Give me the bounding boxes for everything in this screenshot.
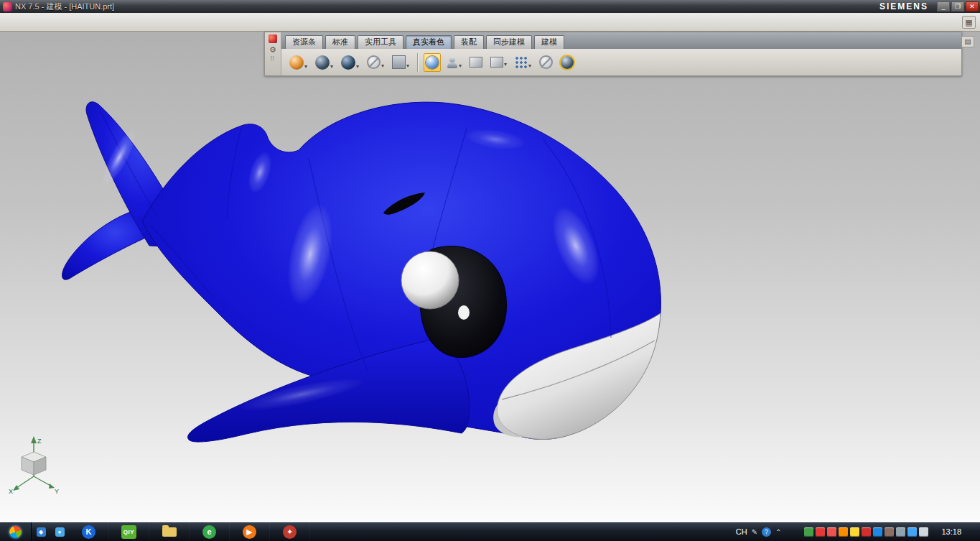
tray-icon-2[interactable] [816, 527, 825, 537]
wcs-triad[interactable]: Z X Y [7, 435, 60, 495]
toolbar-grip-icon[interactable]: ⠿ [270, 56, 276, 63]
orient-sphere-icon[interactable]: ▾ [287, 52, 309, 73]
close-button[interactable]: ✕ [966, 1, 979, 11]
tab-assemblies[interactable]: 装配 [454, 35, 484, 49]
tray-icon-7[interactable] [873, 527, 882, 537]
taskbar-app-k[interactable]: K [69, 522, 109, 541]
visualization-off-icon[interactable]: ▾ [365, 52, 386, 72]
system-tray: CH ✎ ? ⌃ 13:18 [736, 527, 980, 537]
triad-x-label: X [9, 488, 13, 495]
toolbar-main: 资源条 标准 实用工具 真实着色 装配 同步建模 建模 ▾ ▾ [281, 32, 961, 75]
tray-icon-6[interactable] [862, 527, 871, 537]
quick-launch-2-icon: ● [55, 527, 65, 537]
restore-button[interactable]: ❐ [951, 1, 964, 11]
dropdown-caret-icon[interactable]: ▾ [330, 63, 333, 70]
tab-standard[interactable]: 标准 [325, 35, 355, 49]
toolbar-panel: ⚙ ⠿ 资源条 标准 实用工具 真实着色 装配 同步建模 建模 ▾ [264, 32, 962, 76]
decals-dots-icon[interactable]: ▾ [513, 53, 533, 72]
taskbar-app-qiy[interactable]: QIY [109, 522, 149, 541]
tray-icon-11[interactable] [919, 527, 928, 537]
menu-strip: ▦ [0, 13, 980, 32]
taskbar-app-player[interactable]: ▶ [230, 522, 270, 541]
tray-icon-8[interactable] [885, 527, 894, 537]
dolphin-pupil-highlight [458, 305, 470, 320]
window-layout-icon[interactable]: ▦ [962, 16, 976, 29]
dock-panel-icon[interactable]: ▤ [961, 36, 974, 47]
tab-utility-tools[interactable]: 实用工具 [358, 35, 403, 49]
help-icon[interactable]: ? [762, 527, 771, 537]
tray-icon-10[interactable] [907, 527, 917, 537]
nx-window: NX 7.5 - 建模 - [HAITUN.prt] SIEMENS _ ❐ ✕… [0, 0, 980, 541]
language-indicator[interactable]: CH [736, 527, 747, 536]
dropdown-caret-icon[interactable]: ▾ [304, 63, 307, 70]
k-music-icon: K [82, 525, 95, 539]
global-illumination-icon[interactable] [559, 53, 576, 72]
dropdown-caret-icon[interactable]: ▾ [356, 63, 359, 70]
toolbar-options-gear-icon[interactable]: ⚙ [269, 45, 276, 54]
chevron-up-icon[interactable]: ⌃ [775, 528, 781, 536]
background-swatch-icon[interactable]: ▾ [390, 52, 411, 72]
graphics-viewport[interactable]: ⚙ ⠿ 资源条 标准 实用工具 真实着色 装配 同步建模 建模 ▾ [0, 32, 980, 522]
window-title: NX 7.5 - 建模 - [HAITUN.prt] [15, 1, 114, 12]
quick-launch-1-icon: ◆ [37, 527, 46, 537]
tab-resource-bar[interactable]: 资源条 [285, 35, 323, 49]
tab-true-shading[interactable]: 真实着色 [406, 35, 452, 49]
dropdown-caret-icon[interactable]: ▾ [381, 63, 384, 69]
materials-box-icon[interactable] [467, 54, 485, 70]
triad-y-label: Y [55, 488, 59, 495]
taskbar-app-nx[interactable]: ✦ [270, 522, 310, 541]
taskbar-app-explorer[interactable] [149, 522, 190, 541]
toolbar-tabs-row: 资源条 标准 实用工具 真实着色 装配 同步建模 建模 [281, 32, 961, 49]
tray-icon-9[interactable] [896, 527, 905, 537]
nx-app-icon: ✦ [283, 525, 297, 539]
tray-icon-1[interactable] [804, 527, 813, 537]
tab-synchronous-modeling[interactable]: 同步建模 [486, 35, 532, 49]
tray-icon-strip [804, 527, 928, 537]
tray-icon-4[interactable] [839, 527, 848, 537]
tray-icon-5[interactable] [850, 527, 859, 537]
start-button[interactable] [0, 522, 32, 541]
render-toolbar: ▾ ▾ ▾ ▾ ▾ [281, 49, 961, 75]
pen-input-icon[interactable]: ✎ [752, 528, 757, 536]
windows-start-icon [8, 524, 24, 540]
nx-mini-icon [269, 34, 277, 43]
triad-z-label: Z [37, 438, 42, 445]
textures-box-icon[interactable]: ▾ [488, 54, 509, 70]
dropdown-caret-icon[interactable]: ▾ [459, 63, 462, 69]
clock[interactable]: 13:18 [941, 527, 961, 536]
quick-launch-2[interactable]: ● [50, 522, 69, 541]
media-player-icon: ▶ [243, 525, 256, 539]
dropdown-caret-icon[interactable]: ▾ [528, 63, 531, 69]
siemens-logo: SIEMENS [879, 1, 928, 11]
dropdown-caret-icon[interactable]: ▾ [406, 63, 409, 69]
minimize-button[interactable]: _ [937, 1, 950, 11]
folder-explorer-icon [162, 527, 177, 537]
qiy-video-icon: QIY [121, 525, 136, 539]
shaded-style-icon[interactable]: ▾ [339, 52, 361, 73]
dolphin-model[interactable] [0, 32, 980, 522]
toolbar-handle-column: ⚙ ⠿ [265, 32, 281, 75]
rendering-style-icon[interactable]: ▾ [313, 52, 335, 73]
true-shading-toggle-icon[interactable] [424, 53, 441, 72]
taskbar-app-browser[interactable]: e [190, 522, 230, 541]
browser-icon: e [202, 525, 216, 539]
quick-launch-1[interactable]: ◆ [32, 522, 50, 541]
face-analysis-icon[interactable]: ▾ [444, 53, 464, 72]
nx-logo-icon [3, 2, 12, 11]
toolbar-separator [417, 53, 418, 72]
titlebar: NX 7.5 - 建模 - [HAITUN.prt] SIEMENS _ ❐ ✕ [0, 0, 980, 13]
dropdown-caret-icon[interactable]: ▾ [504, 61, 507, 68]
dolphin-eyeball[interactable] [401, 251, 459, 309]
tab-modeling[interactable]: 建模 [534, 35, 564, 49]
taskbar: ◆ ● K QIY e ▶ ✦ CH ✎ ? ⌃ [0, 522, 980, 541]
tray-icon-3[interactable] [827, 527, 836, 537]
effects-off-icon[interactable] [537, 52, 555, 72]
